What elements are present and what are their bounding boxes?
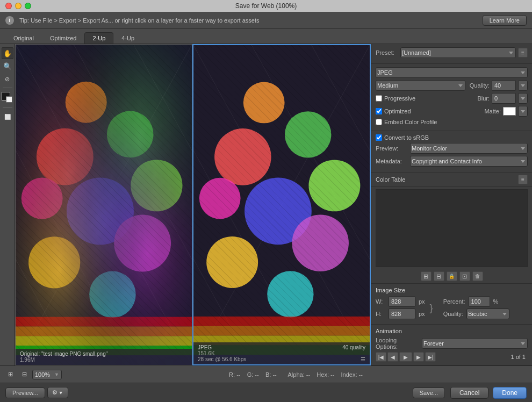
panel-options-icon[interactable]: ☰: [361, 356, 365, 362]
color-table-options-button[interactable]: ≡: [518, 175, 528, 184]
svg-point-37: [245, 178, 312, 245]
medium-select[interactable]: Medium: [376, 80, 465, 91]
window-controls[interactable]: [5, 3, 31, 9]
height-label: H:: [376, 311, 385, 317]
color-table-label: Color Table: [376, 176, 405, 183]
color-swatch[interactable]: [2, 92, 13, 104]
svg-line-4: [16, 150, 134, 365]
learn-more-button[interactable]: Learn More: [483, 15, 527, 26]
svg-point-43: [199, 178, 241, 219]
svg-point-13: [89, 271, 136, 318]
tab-2up[interactable]: 2-Up: [84, 32, 113, 44]
anim-play-button[interactable]: ▶: [399, 352, 412, 362]
optimized-label: Optimized: [384, 108, 411, 114]
animation-title: Animation: [376, 328, 528, 334]
quality-input[interactable]: [492, 80, 516, 91]
add-slice-button[interactable]: ⊞: [4, 369, 16, 381]
settings-dropdown-icon: ▼: [59, 390, 63, 396]
r-value: R: --: [229, 371, 240, 378]
bottom-toolbar: ⊞ ⊟ 100% ▼ R: -- G: -- B: -- Alpha: -- H…: [0, 365, 532, 383]
canvas-area: Original: "test image PNG small.png" 1.9…: [15, 44, 371, 365]
optimized-panel[interactable]: JPEG 40 quality 151.6K 28 sec @ 56.6 Kbp…: [192, 44, 371, 365]
save-button[interactable]: Save...: [413, 387, 445, 398]
slice-options-button[interactable]: ⊟: [18, 369, 30, 381]
cancel-button[interactable]: Cancel: [450, 387, 488, 399]
tab-optimized[interactable]: Optimized: [42, 32, 85, 44]
maximize-button[interactable]: [25, 3, 31, 9]
color-lock-button[interactable]: 🔒: [447, 271, 457, 281]
resample-select[interactable]: Bicubic: [466, 308, 509, 319]
svg-line-31: [193, 150, 312, 364]
tab-original[interactable]: Original: [5, 32, 42, 44]
zoom-display[interactable]: 100% ▼: [32, 370, 62, 379]
height-input[interactable]: [389, 308, 415, 319]
foreground-color[interactable]: [2, 92, 10, 101]
color-remap-button[interactable]: ⊞: [421, 271, 432, 281]
percent-input[interactable]: [469, 296, 490, 307]
svg-line-7: [16, 45, 192, 365]
blur-input[interactable]: [492, 93, 516, 104]
preview-button[interactable]: Preview...: [5, 387, 45, 398]
preset-select[interactable]: [Unnamed]: [400, 47, 516, 58]
preview-settings-button[interactable]: ⚙ ▼: [47, 387, 68, 398]
resample-row: Quality: Bicubic: [438, 308, 509, 319]
quality-dropdown[interactable]: [518, 80, 528, 91]
color-add-button[interactable]: ⊡: [459, 271, 470, 281]
anim-skip-start-button[interactable]: |◀: [376, 352, 386, 362]
preview-select[interactable]: Monitor Color: [410, 143, 528, 154]
remap-icon: ⊞: [423, 273, 428, 280]
toolbar-separator: [3, 88, 12, 88]
svg-rect-19: [16, 336, 192, 346]
right-panel: Preset: [Unnamed] ≡ JPEG Medium Qual: [371, 44, 532, 365]
svg-line-30: [312, 45, 370, 150]
animation-counter: 1 of 1: [508, 354, 528, 360]
embed-color-checkbox[interactable]: [376, 119, 382, 125]
optimized-checkbox[interactable]: [376, 108, 382, 114]
optimized-image: [193, 45, 370, 364]
eyedropper-tool-button[interactable]: ⊘: [2, 73, 13, 85]
progressive-checkbox[interactable]: [376, 95, 382, 102]
anim-prev-button[interactable]: ◀: [387, 352, 398, 362]
svg-point-35: [214, 128, 271, 185]
background-color[interactable]: [6, 96, 12, 103]
height-unit: px: [419, 311, 425, 317]
color-section: Convert to sRGB Preview: Monitor Color M…: [371, 131, 532, 173]
preview-area: Preview... ⚙ ▼: [5, 387, 68, 398]
metadata-select[interactable]: Copyright and Contact Info: [410, 156, 528, 167]
blur-dropdown[interactable]: [518, 93, 528, 104]
width-row: W: px: [376, 296, 425, 307]
matte-dropdown[interactable]: [518, 106, 528, 117]
color-delete-button[interactable]: 🗑: [472, 271, 483, 281]
svg-rect-44: [193, 317, 370, 326]
width-input[interactable]: [389, 296, 415, 307]
svg-rect-26: [16, 45, 192, 365]
done-button[interactable]: Done: [493, 387, 527, 399]
anim-skip-end-button[interactable]: ▶|: [425, 352, 436, 362]
close-button[interactable]: [5, 3, 12, 9]
svg-rect-27: [193, 45, 370, 364]
format-select[interactable]: JPEG: [376, 67, 528, 78]
zoom-tool-button[interactable]: 🔍: [2, 60, 13, 72]
color-duplicate-button[interactable]: ⊟: [434, 271, 444, 281]
add-slice-icon: ⊞: [8, 371, 13, 378]
view-toggle-button[interactable]: ⬜: [2, 111, 13, 123]
tab-4up[interactable]: 4-Up: [113, 32, 142, 44]
svg-point-11: [28, 236, 80, 288]
hand-tool-button[interactable]: ✋: [2, 47, 13, 59]
optimized-panel-info: JPEG 40 quality 151.6K 28 sec @ 56.6 Kbp…: [193, 342, 370, 364]
preset-options-button[interactable]: ≡: [518, 48, 528, 58]
embed-color-label: Embed Color Profile: [384, 119, 437, 125]
anim-next-button[interactable]: ▶: [413, 352, 424, 362]
matte-swatch[interactable]: [503, 107, 516, 116]
preset-label: Preset:: [376, 49, 398, 56]
svg-line-3: [134, 45, 192, 150]
format-row: JPEG: [376, 67, 528, 78]
lock-icon: 🔒: [449, 274, 455, 279]
looping-select[interactable]: Forever: [422, 338, 528, 349]
add-icon: ⊡: [462, 273, 467, 280]
minimize-button[interactable]: [15, 3, 21, 9]
svg-line-2: [74, 45, 192, 259]
preview-label: Preview:: [376, 145, 408, 152]
convert-srgb-checkbox[interactable]: [376, 134, 382, 141]
original-panel[interactable]: Original: "test image PNG small.png" 1.9…: [15, 44, 192, 365]
